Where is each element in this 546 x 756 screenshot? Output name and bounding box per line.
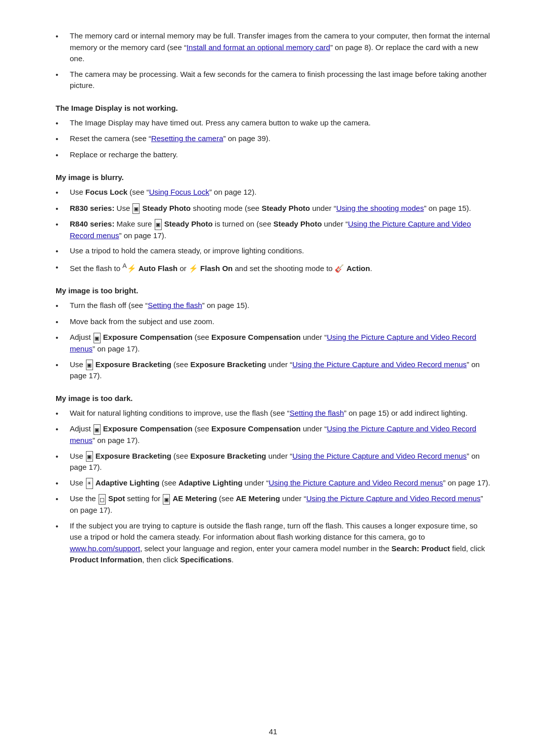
exposure-comp-icon-2: ▣	[94, 424, 101, 435]
list-item: • Use the □ Spot setting for ▣ AE Meteri…	[56, 493, 490, 516]
bullet-icon: •	[56, 316, 70, 328]
image-display-list: • The Image Display may have timed out. …	[56, 117, 490, 161]
item-text: Use Focus Lock (see “Using Focus Lock” o…	[70, 187, 490, 198]
list-item: • The memory card or internal memory may…	[56, 30, 490, 65]
picture-capture-link-1[interactable]: Using the Picture Capture and Video Reco…	[70, 219, 471, 240]
section-heading: My image is blurry.	[56, 173, 490, 182]
setting-flash-link-2[interactable]: Setting the flash	[290, 409, 344, 417]
image-dark-section: My image is too dark. • Wait for natural…	[56, 394, 490, 566]
bullet-icon: •	[56, 187, 70, 199]
list-item: • Use ▣ Exposure Bracketing (see Exposur…	[56, 451, 490, 473]
bullet-icon: •	[56, 117, 70, 129]
bullet-icon: •	[56, 149, 70, 161]
item-text: Use ☀ Adaptive Lighting (see Adaptive Li…	[70, 477, 490, 489]
item-text: The Image Display may have timed out. Pr…	[70, 117, 490, 129]
list-item: • Adjust ▣ Exposure Compensation (see Ex…	[56, 423, 490, 446]
item-text: Use a tripod to hold the camera steady, …	[70, 245, 490, 257]
item-text: Move back from the subject and use zoom.	[70, 316, 490, 328]
item-text: Replace or recharge the battery.	[70, 149, 490, 161]
exposure-bracket-icon: ▣	[86, 360, 93, 371]
list-item: • Move back from the subject and use zoo…	[56, 316, 490, 328]
steady-photo-icon: ▣	[132, 203, 140, 214]
image-blurry-section: My image is blurry. • Use Focus Lock (se…	[56, 173, 490, 274]
image-blurry-list: • Use Focus Lock (see “Using Focus Lock”…	[56, 187, 490, 274]
item-text: Turn the flash off (see “Setting the fla…	[70, 300, 490, 312]
bullet-icon: •	[56, 359, 70, 371]
list-item: • Use Focus Lock (see “Using Focus Lock”…	[56, 187, 490, 199]
picture-capture-link-3[interactable]: Using the Picture Capture and Video Reco…	[292, 360, 467, 369]
intro-list: • The memory card or internal memory may…	[56, 30, 490, 92]
list-item: • Adjust ▣ Exposure Compensation (see Ex…	[56, 332, 490, 354]
item-text: Use ▣ Exposure Bracketing (see Exposure …	[70, 451, 490, 473]
bullet-icon: •	[56, 203, 70, 215]
intro-section: • The memory card or internal memory may…	[56, 30, 490, 92]
bullet-icon: •	[56, 30, 70, 42]
page-number: 41	[269, 727, 278, 736]
list-item: • If the subject you are trying to captu…	[56, 520, 490, 566]
item-text: Adjust ▣ Exposure Compensation (see Expo…	[70, 423, 490, 446]
item-text: The memory card or internal memory may b…	[70, 30, 490, 65]
section-heading: The Image Display is not working.	[56, 104, 490, 112]
item-text: Wait for natural lighting conditions to …	[70, 408, 490, 419]
list-item: • Reset the camera (see “Resetting the c…	[56, 133, 490, 145]
item-text: The camera may be processing. Wait a few…	[70, 69, 490, 92]
list-item: • Replace or recharge the battery.	[56, 149, 490, 161]
list-item: • Turn the flash off (see “Setting the f…	[56, 300, 490, 312]
item-text: Adjust ▣ Exposure Compensation (see Expo…	[70, 332, 490, 354]
item-text: R830 series: Use ▣ Steady Photo shooting…	[70, 203, 490, 214]
bullet-icon: •	[56, 69, 70, 81]
bullet-icon: •	[56, 408, 70, 420]
section-heading: My image is too dark.	[56, 394, 490, 403]
list-item: • Use ☀ Adaptive Lighting (see Adaptive …	[56, 477, 490, 490]
item-text: If the subject you are trying to capture…	[70, 520, 490, 566]
picture-capture-link-7[interactable]: Using the Picture Capture and Video Reco…	[306, 494, 481, 503]
list-item: • Wait for natural lighting conditions t…	[56, 408, 490, 420]
item-text: R840 series: Make sure ▣ Steady Photo is…	[70, 218, 490, 241]
bullet-icon: •	[56, 261, 70, 274]
spot-icon: □	[99, 494, 106, 505]
item-text: Reset the camera (see “Resetting the cam…	[70, 133, 490, 145]
page-content: • The memory card or internal memory may…	[0, 0, 546, 617]
list-item: • Use ▣ Exposure Bracketing (see Exposur…	[56, 359, 490, 382]
bullet-icon: •	[56, 477, 70, 490]
list-item: • R840 series: Make sure ▣ Steady Photo …	[56, 218, 490, 241]
list-item: • Use a tripod to hold the camera steady…	[56, 245, 490, 257]
bullet-icon: •	[56, 493, 70, 505]
setting-flash-link-1[interactable]: Setting the flash	[148, 301, 202, 309]
image-bright-section: My image is too bright. • Turn the flash…	[56, 286, 490, 382]
image-dark-list: • Wait for natural lighting conditions t…	[56, 408, 490, 566]
adaptive-lighting-icon: ☀	[86, 478, 93, 489]
steady-photo-icon-2: ▣	[155, 219, 162, 230]
list-item: • R830 series: Use ▣ Steady Photo shooti…	[56, 203, 490, 215]
bullet-icon: •	[56, 451, 70, 463]
bullet-icon: •	[56, 218, 70, 231]
list-item: • The camera may be processing. Wait a f…	[56, 69, 490, 92]
item-text: Set the flash to A⚡ Auto Flash or ⚡ Flas…	[70, 261, 490, 275]
list-item: • The Image Display may have timed out. …	[56, 117, 490, 129]
item-text: Use ▣ Exposure Bracketing (see Exposure …	[70, 359, 490, 382]
bullet-icon: •	[56, 423, 70, 435]
bullet-icon: •	[56, 133, 70, 145]
list-item: • Set the flash to A⚡ Auto Flash or ⚡ Fl…	[56, 261, 490, 275]
exposure-bracket-icon-2: ▣	[86, 451, 93, 462]
install-format-link[interactable]: Install and format an optional memory ca…	[187, 43, 330, 52]
exposure-comp-icon: ▣	[94, 333, 101, 344]
focus-lock-link[interactable]: Using Focus Lock	[149, 188, 209, 196]
reset-camera-link[interactable]: Resetting the camera	[151, 134, 223, 143]
image-display-section: The Image Display is not working. • The …	[56, 104, 490, 161]
shooting-modes-link[interactable]: Using the shooting modes	[336, 204, 424, 212]
bullet-icon: •	[56, 300, 70, 312]
item-text: Use the □ Spot setting for ▣ AE Metering…	[70, 493, 490, 516]
ae-metering-icon: ▣	[163, 494, 170, 505]
section-heading: My image is too bright.	[56, 286, 490, 295]
picture-capture-link-6[interactable]: Using the Picture Capture and Video Reco…	[268, 478, 443, 487]
bullet-icon: •	[56, 332, 70, 344]
picture-capture-link-5[interactable]: Using the Picture Capture and Video Reco…	[292, 452, 467, 460]
image-bright-list: • Turn the flash off (see “Setting the f…	[56, 300, 490, 382]
bullet-icon: •	[56, 245, 70, 257]
bullet-icon: •	[56, 520, 70, 532]
hp-support-link[interactable]: www.hp.com/support	[70, 544, 140, 553]
